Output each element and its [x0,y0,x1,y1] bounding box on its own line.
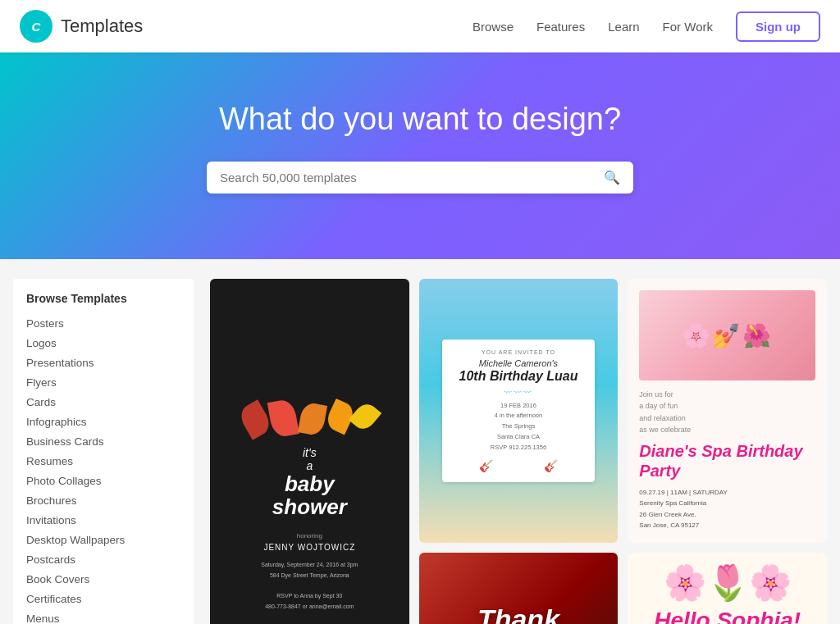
signup-button[interactable]: Sign up [736,11,820,42]
leaf-orange [298,401,327,436]
nav-browse[interactable]: Browse [472,20,514,34]
nav-features[interactable]: Features [536,20,585,34]
sidebar-item-desktop-wallpapers[interactable]: Desktop Wallpapers [26,534,125,546]
list-item: Book Covers [26,569,180,589]
list-item: Certificates [26,589,180,608]
sidebar: Browse Templates Posters Logos Presentat… [13,279,194,624]
list-item: Menus [26,608,180,624]
list-item: Postcards [26,549,180,569]
list-item: Photo Collages [26,471,180,490]
sidebar-item-resumes[interactable]: Resumes [26,455,73,467]
its-label: it's [272,446,347,459]
invited-label: YOU ARE INVITED TO [454,349,582,355]
sidebar-item-book-covers[interactable]: Book Covers [26,573,89,585]
template-card[interactable]: 🌸💅🌺 Join us fora day of funand relaxatio… [628,279,827,543]
spa-photo: 🌸💅🌺 [639,290,815,380]
sidebar-item-business-cards[interactable]: Business Cards [26,435,104,448]
sidebar-item-cards[interactable]: Cards [26,396,56,408]
sidebar-item-brochures[interactable]: Brochures [26,494,77,507]
list-item: Infographics [26,412,180,431]
search-icon: 🔍 [604,170,620,185]
sidebar-item-certificates[interactable]: Certificates [26,593,82,605]
logo-link[interactable]: C Templates [20,10,143,43]
birthday-card-inner: YOU ARE INVITED TO Michelle Cameron's 10… [442,339,594,483]
templates-grid: it's a baby shower honoring JENNY WOJTOW… [210,279,827,624]
leaf-orange-red [267,398,299,438]
sidebar-item-postcards[interactable]: Postcards [26,553,75,566]
floral-decoration: 🌸🌷🌸 [664,563,792,603]
ukulele-icon-left: 🎸 [479,459,493,472]
logo-icon: C [20,10,52,43]
sidebar-item-posters[interactable]: Posters [26,317,64,330]
list-item: Desktop Wallpapers [26,530,180,549]
search-input[interactable] [220,171,604,184]
hero-title: What do you want to design? [16,102,824,137]
birthday-event-title: 10th Birthday Luau [454,368,582,384]
shower-label: shower [272,495,347,519]
baby-label: baby [272,472,347,496]
birthday-person-name: Michelle Cameron's [454,358,582,368]
sidebar-list: Posters Logos Presentations Flyers Cards… [26,313,180,624]
search-bar: 🔍 [207,162,633,194]
honoring-label: honoring [297,531,322,542]
main-nav: Browse Features Learn For Work Sign up [472,11,820,42]
spa-intro: Join us fora day of funand relaxationas … [639,389,815,436]
spa-title: Diane's Spa Birthday Party [639,441,815,481]
site-title: Templates [61,16,143,37]
birthday-icons: 🎸 🎸 [454,459,582,472]
ukulele-icon-right: 🎸 [544,459,558,472]
template-card[interactable]: YOU ARE INVITED TO Michelle Cameron's 10… [419,279,619,543]
template-card[interactable]: it's a baby shower honoring JENNY WOJTOW… [210,279,409,624]
main-content: Browse Templates Posters Logos Presentat… [0,259,840,624]
hello-sophia-text: Hello Sophia! [654,608,801,624]
template-card[interactable]: 🌸🌷🌸 Hello Sophia! JOIN US TO WELCOMEHELL… [628,553,827,624]
sidebar-item-flyers[interactable]: Flyers [26,376,57,389]
a-label: a [272,459,347,472]
hero-section: What do you want to design? 🔍 [0,52,840,259]
birthday-wave: 〰〰〰 [454,388,582,397]
thank-you-text: Thankyou [469,604,568,624]
leaf-decoration [243,403,376,440]
list-item: Invitations [26,510,180,530]
list-item: Cards [26,392,180,412]
baby-shower-details: Saturday, September 24, 2016 at 3pm584 D… [261,560,358,612]
template-card[interactable]: Thankyou FROM YOUR FRIENDS [419,553,619,624]
sidebar-item-photo-collages[interactable]: Photo Collages [26,475,102,487]
birthday-details: 19 FEB 20164 in the afternoonThe Springs… [454,401,582,453]
baby-shower-text: it's a baby shower [272,446,347,519]
spa-decoration: 🌸💅🌺 [682,322,773,349]
spa-details: 09.27.19 | 11AM | SATURDAYSerenity Spa C… [639,487,815,531]
list-item: Business Cards [26,431,180,451]
list-item: Posters [26,313,180,333]
baby-shower-name: JENNY WOJTOWICZ [263,543,355,552]
list-item: Presentations [26,353,180,372]
thank-you-content: Thankyou FROM YOUR FRIENDS [469,604,568,624]
leaf-bright-yellow [349,399,381,433]
sidebar-item-menus[interactable]: Menus [26,613,60,624]
list-item: Brochures [26,490,180,510]
list-item: Resumes [26,451,180,471]
sidebar-item-logos[interactable]: Logos [26,337,57,349]
nav-learn[interactable]: Learn [608,20,639,34]
list-item: Flyers [26,372,180,392]
sidebar-item-invitations[interactable]: Invitations [26,514,76,526]
sidebar-item-infographics[interactable]: Infographics [26,416,87,428]
sidebar-heading: Browse Templates [26,292,180,305]
list-item: Logos [26,333,180,353]
nav-for-work[interactable]: For Work [663,20,713,34]
sidebar-item-presentations[interactable]: Presentations [26,357,94,369]
header: C Templates Browse Features Learn For Wo… [0,0,840,52]
